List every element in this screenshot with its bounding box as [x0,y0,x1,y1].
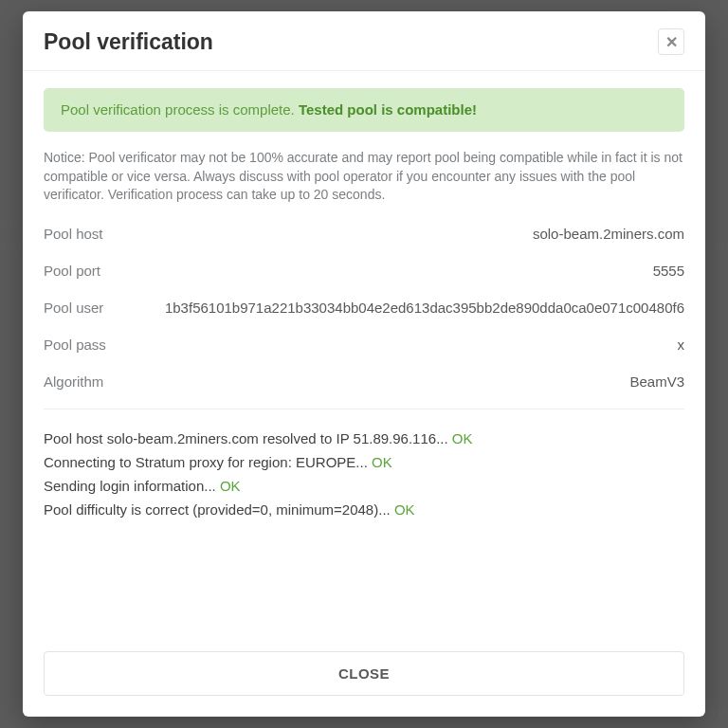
log-line: Pool difficulty is correct (provided=0, … [44,501,684,518]
log-line: Sending login information... OK [44,478,684,494]
detail-row-host: Pool host solo-beam.2miners.com [44,226,684,242]
detail-value: solo-beam.2miners.com [533,226,684,242]
log-status-ok: OK [220,478,241,494]
modal-body: Pool verification process is complete. T… [23,71,705,638]
notice-text: Notice: Pool verificator may not be 100%… [44,149,684,205]
log-text: Pool difficulty is correct (provided=0, … [44,501,394,518]
detail-row-pass: Pool pass x [44,337,684,353]
alert-pre-text: Pool verification process is complete. [61,101,299,118]
detail-label: Algorithm [44,373,103,390]
modal-footer: CLOSE [23,638,705,717]
detail-row-port: Pool port 5555 [44,263,684,279]
detail-value: x [678,337,685,353]
close-icon: ✕ [665,33,678,51]
modal-header: Pool verification ✕ [23,11,705,71]
detail-row-user: Pool user 1b3f56101b971a221b33034bb04e2e… [44,300,684,316]
success-alert: Pool verification process is complete. T… [44,88,684,132]
detail-label: Pool port [44,263,100,279]
detail-label: Pool host [44,226,103,242]
log-line: Pool host solo-beam.2miners.com resolved… [44,430,684,446]
log-text: Sending login information... [44,478,220,494]
close-button[interactable]: ✕ [658,28,684,55]
detail-value: 5555 [653,263,684,279]
detail-value: 1b3f56101b971a221b33034bb04e2ed613dac395… [165,300,684,316]
log-text: Connecting to Stratum proxy for region: … [44,454,372,470]
close-action-button[interactable]: CLOSE [44,651,684,696]
verification-log: Pool host solo-beam.2miners.com resolved… [44,430,684,518]
log-status-ok: OK [372,454,392,470]
detail-value: BeamV3 [629,373,684,390]
pool-details: Pool host solo-beam.2miners.com Pool por… [44,226,684,410]
log-text: Pool host solo-beam.2miners.com resolved… [44,430,452,446]
alert-bold-text: Tested pool is compatible! [299,101,477,118]
detail-label: Pool pass [44,337,106,353]
log-status-ok: OK [452,430,473,446]
detail-row-algorithm: Algorithm BeamV3 [44,373,684,390]
log-line: Connecting to Stratum proxy for region: … [44,454,684,470]
modal-title: Pool verification [44,29,213,55]
log-status-ok: OK [394,501,415,518]
detail-label: Pool user [44,300,103,316]
pool-verification-modal: Pool verification ✕ Pool verification pr… [23,11,705,717]
